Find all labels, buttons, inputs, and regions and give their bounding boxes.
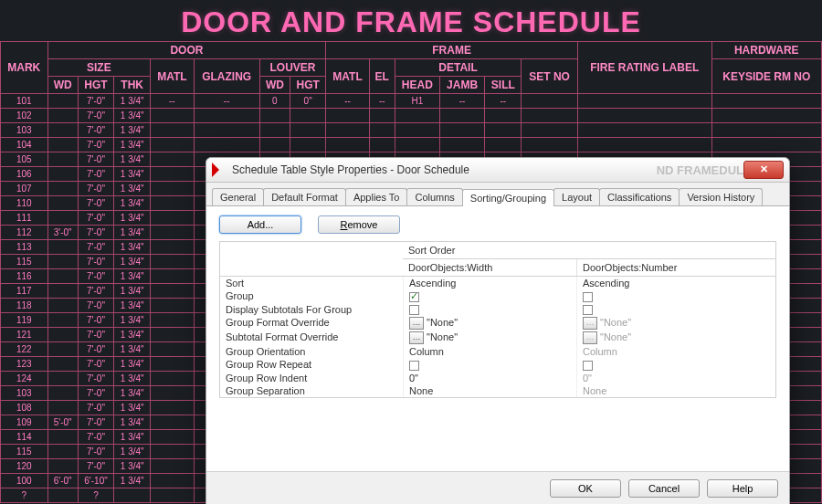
sort-order-header: Sort Order [403, 242, 775, 259]
faded-bg-text: ND FRAMEDUL [657, 163, 743, 177]
table-row: 1037'-0"1 3/4" [1, 123, 822, 138]
dialog-titlebar[interactable]: Schedule Table Style Properties - Door S… [206, 158, 789, 183]
tab-sorting-grouping: Add... Remove Sort Order DoorObjects:Wid… [206, 206, 789, 471]
schedule-title: DOOR AND FRAME SCHEDULE [0, 0, 822, 41]
group-checkbox-a[interactable] [409, 292, 419, 302]
col-door: DOOR [47, 42, 326, 59]
dialog-footer: OK Cancel Help [206, 471, 789, 504]
dialog-tabs: GeneralDefault FormatApplies ToColumnsSo… [206, 183, 789, 206]
tab-default-format[interactable]: Default Format [263, 188, 346, 205]
table-row: 1017'-0"1 3/4"----00"----H1---- [1, 94, 822, 109]
row-repeat-checkbox-a[interactable] [409, 361, 419, 371]
tab-applies-to[interactable]: Applies To [345, 188, 408, 205]
sort-col-b[interactable]: DoorObjects:Number [576, 259, 750, 276]
subtotals-checkbox-a[interactable] [409, 305, 419, 315]
close-button[interactable]: ✕ [743, 161, 784, 179]
style-properties-dialog: Schedule Table Style Properties - Door S… [206, 157, 790, 504]
help-button[interactable]: Help [707, 479, 778, 498]
tab-layout[interactable]: Layout [553, 188, 600, 205]
tab-version-history[interactable]: Version History [679, 188, 763, 205]
col-hardware: HARDWARE [711, 42, 821, 59]
subtotals-checkbox-b[interactable] [583, 305, 593, 315]
browse-icon[interactable]: … [409, 331, 424, 344]
tab-general[interactable]: General [212, 188, 264, 205]
sort-col-a[interactable]: DoorObjects:Width [403, 259, 576, 276]
dialog-title: Schedule Table Style Properties - Door S… [232, 163, 651, 176]
tab-columns[interactable]: Columns [406, 188, 462, 205]
table-row: 1047'-0"1 3/4" [1, 138, 822, 152]
browse-icon: … [583, 317, 597, 330]
cancel-button[interactable]: Cancel [628, 479, 700, 498]
group-checkbox-b[interactable] [583, 292, 593, 302]
tab-classifications[interactable]: Classifications [599, 188, 680, 205]
add-button[interactable]: Add... [219, 215, 301, 234]
table-row: 1027'-0"1 3/4" [1, 109, 822, 123]
col-frame: FRAME [326, 42, 578, 59]
ok-button[interactable]: OK [550, 479, 621, 498]
row-repeat-checkbox-b [583, 361, 593, 371]
sort-grid: Sort Order DoorObjects:Width DoorObjects… [219, 241, 776, 398]
col-mark: MARK [1, 42, 48, 94]
col-fire: FIRE RATING LABEL [577, 42, 711, 94]
browse-icon[interactable]: … [409, 317, 424, 330]
tab-sorting-grouping[interactable]: Sorting/Grouping [462, 189, 554, 206]
remove-button[interactable]: Remove [318, 215, 400, 234]
app-icon [212, 163, 227, 177]
browse-icon: … [583, 331, 597, 344]
